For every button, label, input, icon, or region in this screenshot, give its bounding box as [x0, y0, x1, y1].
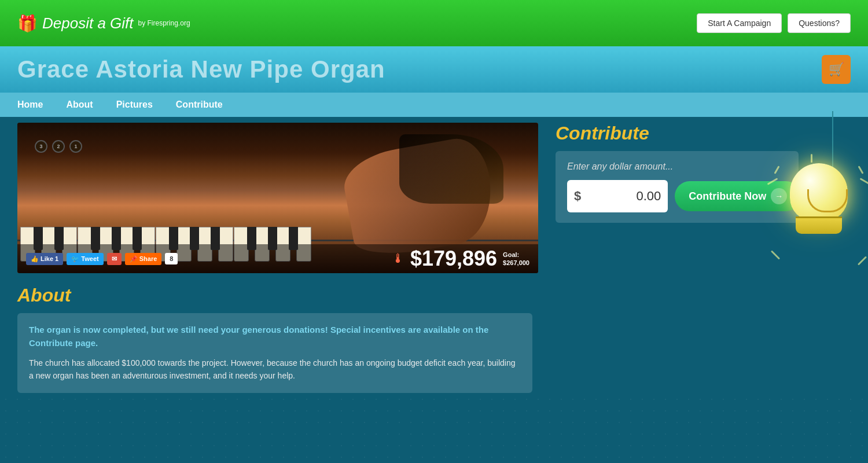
- thermometer-icon: 🌡: [392, 251, 404, 266]
- contribute-now-label: Contribute Now: [689, 190, 766, 203]
- about-highlight: The organ is now completed, but we still…: [29, 324, 521, 350]
- nav-item-pictures[interactable]: Pictures: [116, 97, 153, 112]
- amount-row: $ Contribute Now →: [567, 180, 787, 212]
- bulb-base: [796, 216, 842, 234]
- social-buttons: 👍 Like 1 🐦 Tweet ✉ 📌 Share 8: [26, 253, 178, 265]
- right-column: Contribute Enter any dollar amount... $ …: [544, 123, 810, 393]
- dollar-input-wrapper: $: [567, 180, 668, 212]
- amount-prompt: Enter any dollar amount...: [567, 161, 787, 172]
- dollar-sign: $: [574, 189, 581, 204]
- logo-by: by Firespring.org: [138, 19, 190, 27]
- campaign-image: 3 2 1 👍 Like 1 🐦 Tweet ✉ 📌 Share 8: [17, 123, 538, 273]
- goal-text: Goal: $267,000: [503, 251, 529, 267]
- contribute-box: Enter any dollar amount... $ Contribute …: [556, 151, 799, 223]
- facebook-like-button[interactable]: 👍 Like 1: [26, 253, 63, 265]
- contribute-now-button[interactable]: Contribute Now →: [675, 181, 801, 211]
- amount-input[interactable]: [586, 189, 661, 204]
- share-button[interactable]: 📌 Share: [125, 253, 162, 265]
- arrow-icon: →: [771, 188, 787, 204]
- ray-6: [858, 256, 867, 265]
- navigation: Home About Pictures Contribute: [0, 93, 868, 117]
- header: Grace Astoria New Pipe Organ 🛒: [0, 46, 868, 93]
- main-content: 3 2 1 👍 Like 1 🐦 Tweet ✉ 📌 Share 8: [0, 117, 868, 393]
- ray-5: [811, 154, 812, 163]
- page-title: Grace Astoria New Pipe Organ: [17, 56, 385, 83]
- logo-area: 🎁 Deposit a Gift by Firespring.org: [17, 14, 190, 33]
- amount-raised: $179,896: [410, 247, 497, 271]
- about-box: The organ is now completed, but we still…: [17, 313, 532, 393]
- left-column: 3 2 1 👍 Like 1 🐦 Tweet ✉ 📌 Share 8: [0, 123, 544, 393]
- ray-7: [771, 250, 780, 259]
- bulb-wire: [832, 111, 833, 169]
- nav-item-home[interactable]: Home: [17, 97, 43, 112]
- top-bar: 🎁 Deposit a Gift by Firespring.org Start…: [0, 0, 868, 46]
- cart-button[interactable]: 🛒: [822, 55, 851, 84]
- start-campaign-button[interactable]: Start A Campaign: [697, 13, 782, 33]
- contribute-title: Contribute: [556, 123, 799, 144]
- about-title: About: [17, 285, 532, 306]
- fundraiser-stats: 🌡 $179,896 Goal: $267,000: [392, 247, 529, 271]
- questions-button[interactable]: Questions?: [788, 13, 851, 33]
- top-bar-buttons: Start A Campaign Questions?: [697, 13, 851, 33]
- ray-4: [858, 166, 863, 174]
- nav-item-contribute[interactable]: Contribute: [176, 97, 223, 112]
- about-body: The church has allocated $100,000 toward…: [29, 357, 521, 383]
- twitter-tweet-button[interactable]: 🐦 Tweet: [67, 253, 103, 265]
- ray-3: [860, 178, 868, 185]
- bulb-filament: [807, 189, 848, 212]
- nav-item-about[interactable]: About: [66, 97, 93, 112]
- logo-icon: 🎁: [17, 14, 38, 33]
- share-count: 8: [165, 253, 178, 264]
- email-share-button[interactable]: ✉: [107, 253, 122, 265]
- about-section: About The organ is now completed, but we…: [17, 285, 544, 393]
- logo-text: Deposit a Gift: [42, 14, 134, 32]
